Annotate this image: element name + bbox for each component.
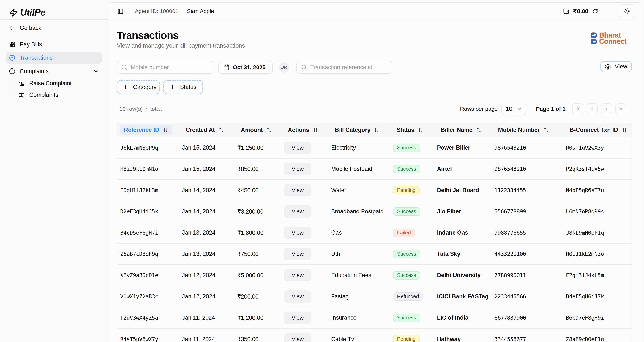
status-badge: Success [393,207,420,216]
previous-page-button[interactable] [586,104,598,115]
row-view-button[interactable]: View [284,269,311,281]
status-badge: Success [393,165,420,173]
sidebar-item-pay-bills[interactable]: Pay Bills [6,39,102,50]
go-back-button[interactable]: Go back [6,21,102,35]
status-badge: Success [393,314,420,322]
sort-button[interactable]: Biller Name [437,125,485,135]
rows-per-page-select[interactable]: 10 [502,103,526,115]
row-view-button[interactable]: View [284,205,311,218]
sidebar-subitem-complaints[interactable]: Complaints [16,90,102,100]
cell-amount: ₹450.00 [234,180,281,201]
sort-arrows-icon [218,127,224,133]
page-info-text: Page 1 of 1 [536,106,566,112]
cell-biller-name: Tata Sky [434,243,492,265]
view-settings-button[interactable]: View [600,61,632,72]
transactions-table: Reference IDCreated AtAmountActionsBill … [117,123,632,342]
cell-mobile-number: 9876543210 [492,158,563,180]
add-category-filter-button[interactable]: Category [117,80,160,94]
table-row: V0wX1yZ2aB3cJan 12, 2024₹200.00ViewFasta… [117,286,632,307]
cell-amount: ₹1,800.00 [234,222,281,243]
chevrons-right-icon [618,106,624,112]
main-panel: Agent ID: 100001 Sam Apple ₹0.00 Transac… [108,2,641,342]
category-chip-label: Category [133,84,156,91]
last-page-button[interactable] [615,104,626,115]
go-back-label: Go back [20,25,41,31]
cell-reference-id: R4sT5uV6wX7y [117,328,179,342]
sidebar-toggle-button[interactable] [115,6,126,17]
pagination-controls: Rows per page 10 Page 1 of 1 [460,103,626,115]
cell-created-at: Jan 13, 2024 [179,222,234,243]
cell-bconnect-txn-id: D4eF5gH6iJ7k [563,286,632,307]
theme-toggle-button[interactable] [619,4,636,18]
row-view-button[interactable]: View [284,312,311,324]
sort-button[interactable]: Amount [237,125,276,135]
cell-mobile-number: 9876543210 [492,137,563,158]
wallet-balance-group[interactable]: ₹0.00 [563,8,598,15]
cell-actions: View [281,158,328,180]
sidebar: UtilPe Go back Pay Bills Transactions Co… [0,0,108,342]
cell-created-at: Jan 11, 2024 [179,328,234,342]
column-header-actions: Actions [281,123,328,137]
sort-arrows-icon [313,127,318,133]
sidebar-subitem-raise-complaint[interactable]: Raise Complaint [16,78,102,89]
sun-icon [624,8,630,15]
row-view-button[interactable]: View [284,248,311,260]
cell-status: Pending [390,180,434,201]
sort-button[interactable]: Bill Category [331,125,383,135]
sort-button[interactable]: B-Connect Txn ID [566,125,631,135]
txn-reference-input[interactable] [310,64,388,71]
column-header-bill-category: Bill Category [328,123,390,137]
row-view-button[interactable]: View [284,290,311,303]
refresh-icon[interactable] [593,9,598,14]
cell-bill-category: Insurance [328,307,390,328]
cell-actions: View [281,201,328,222]
cell-mobile-number: 5566778899 [492,201,563,222]
column-label: Biller Name [441,127,472,133]
cell-bconnect-txn-id: R0sT1uV2wX3y [563,137,632,158]
cell-biller-name: Hathway [434,328,492,342]
pager [572,104,626,115]
sidebar-item-complaints[interactable]: Complaints [6,65,102,77]
add-status-filter-button[interactable]: Status [163,80,203,94]
cell-actions: View [281,328,328,342]
cell-status: Success [390,243,434,265]
arrow-left-icon [8,25,15,31]
cell-reference-id: X8yZ9aB0cD1e [117,265,179,286]
cell-created-at: Jan 14, 2024 [179,201,234,222]
next-page-button[interactable] [601,104,612,115]
cell-created-at: Jan 13, 2024 [179,243,234,265]
column-label: B-Connect Txn ID [570,127,618,133]
cell-status: Refunded [390,286,434,307]
sort-button[interactable]: Actions [284,125,322,135]
sort-button[interactable]: Status [393,125,427,135]
row-view-button[interactable]: View [284,163,311,175]
row-view-button[interactable]: View [284,333,311,342]
sidebar-subitem-label: Raise Complaint [29,80,72,87]
cell-amount: ₹850.00 [234,158,281,180]
sort-button[interactable]: Mobile Number [494,125,552,135]
column-label: Created At [186,127,215,133]
date-picker-button[interactable]: Oct 31, 2025 [218,61,273,74]
sidebar-item-transactions[interactable]: Transactions [6,52,102,64]
mobile-number-input[interactable] [131,64,209,71]
cell-biller-name: Delhi University [434,265,492,286]
row-view-button[interactable]: View [284,227,311,239]
cell-mobile-number: 6677889900 [492,307,563,328]
first-page-button[interactable] [572,104,583,115]
sort-arrows-icon [374,127,380,133]
panel-left-icon [118,8,124,14]
sort-arrows-icon [622,127,627,133]
column-header-b-connect-txn-id: B-Connect Txn ID [563,123,632,137]
plus-icon [122,84,128,90]
column-label: Bill Category [335,127,370,133]
sort-button[interactable]: Created At [182,125,228,135]
row-view-button[interactable]: View [284,142,311,154]
cell-actions: View [281,243,328,265]
row-view-button[interactable]: View [284,184,311,196]
table-row: Z6aB7cD8eF9gJan 13, 2024₹750.00ViewDthSu… [117,243,632,265]
bharat-connect-text: Bharat Connect [599,32,626,45]
cell-created-at: Jan 14, 2024 [179,180,234,201]
topbar-right: ₹0.00 [563,4,636,18]
cell-biller-name: Power Biller [434,137,492,158]
sort-button[interactable]: Reference ID [120,125,172,135]
